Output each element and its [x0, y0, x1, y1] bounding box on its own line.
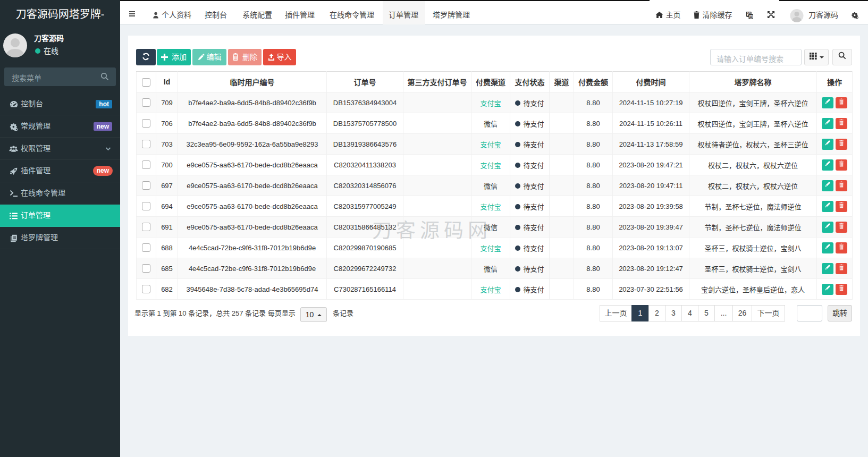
svg-text:A: A: [749, 15, 752, 19]
